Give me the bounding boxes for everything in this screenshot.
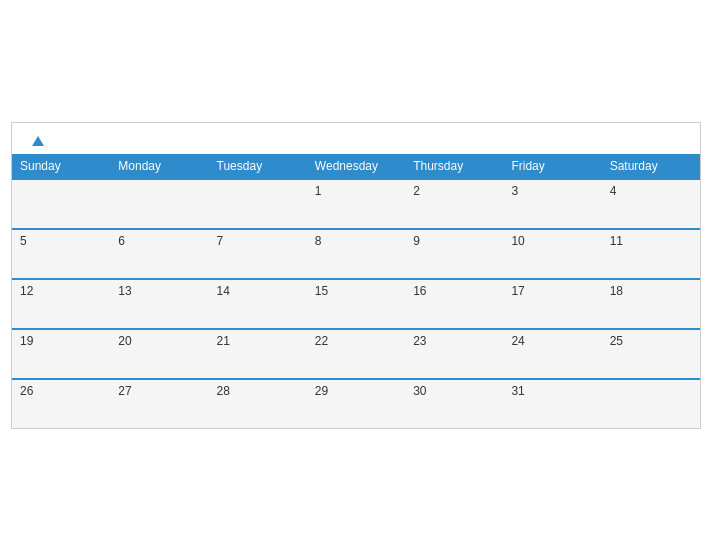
day-number: 1	[315, 184, 322, 198]
calendar-day-cell: 25	[602, 329, 700, 379]
day-number: 28	[217, 384, 230, 398]
logo-triangle-icon	[32, 136, 44, 146]
calendar-day-cell: 28	[209, 379, 307, 428]
day-number: 29	[315, 384, 328, 398]
day-number: 14	[217, 284, 230, 298]
calendar-day-cell: 8	[307, 229, 405, 279]
day-number: 23	[413, 334, 426, 348]
calendar-day-cell: 14	[209, 279, 307, 329]
day-number: 20	[118, 334, 131, 348]
calendar-day-cell: 29	[307, 379, 405, 428]
day-number: 18	[610, 284, 623, 298]
calendar-day-cell: 16	[405, 279, 503, 329]
day-number: 31	[511, 384, 524, 398]
day-number: 21	[217, 334, 230, 348]
calendar-grid: SundayMondayTuesdayWednesdayThursdayFrid…	[12, 154, 700, 428]
calendar-day-cell: 24	[503, 329, 601, 379]
calendar-week-row: 12131415161718	[12, 279, 700, 329]
day-number: 26	[20, 384, 33, 398]
calendar-day-cell: 26	[12, 379, 110, 428]
calendar-day-cell: 21	[209, 329, 307, 379]
calendar-day-cell: 3	[503, 179, 601, 229]
calendar-day-cell: 27	[110, 379, 208, 428]
calendar-day-cell: 19	[12, 329, 110, 379]
weekday-header-thursday: Thursday	[405, 154, 503, 179]
calendar-day-cell: 15	[307, 279, 405, 329]
weekdays-row: SundayMondayTuesdayWednesdayThursdayFrid…	[12, 154, 700, 179]
weekday-header-saturday: Saturday	[602, 154, 700, 179]
calendar-day-cell: 17	[503, 279, 601, 329]
day-number: 2	[413, 184, 420, 198]
day-number: 13	[118, 284, 131, 298]
calendar-day-cell: 22	[307, 329, 405, 379]
day-number: 10	[511, 234, 524, 248]
calendar-week-row: 1234	[12, 179, 700, 229]
weekday-header-friday: Friday	[503, 154, 601, 179]
day-number: 16	[413, 284, 426, 298]
calendar-day-cell: 30	[405, 379, 503, 428]
weekday-header-sunday: Sunday	[12, 154, 110, 179]
logo-general-text	[30, 133, 44, 148]
calendar-header	[12, 123, 700, 154]
logo	[30, 133, 44, 148]
day-number: 19	[20, 334, 33, 348]
calendar-day-cell: 4	[602, 179, 700, 229]
day-number: 15	[315, 284, 328, 298]
day-number: 27	[118, 384, 131, 398]
day-number: 30	[413, 384, 426, 398]
calendar-day-cell: 10	[503, 229, 601, 279]
day-number: 22	[315, 334, 328, 348]
calendar-body: 1234567891011121314151617181920212223242…	[12, 179, 700, 428]
calendar-container: SundayMondayTuesdayWednesdayThursdayFrid…	[11, 122, 701, 429]
day-number: 25	[610, 334, 623, 348]
day-number: 6	[118, 234, 125, 248]
day-number: 7	[217, 234, 224, 248]
weekday-header-wednesday: Wednesday	[307, 154, 405, 179]
calendar-day-cell: 1	[307, 179, 405, 229]
day-number: 17	[511, 284, 524, 298]
calendar-day-cell: 20	[110, 329, 208, 379]
calendar-day-cell: 7	[209, 229, 307, 279]
weekday-header-tuesday: Tuesday	[209, 154, 307, 179]
calendar-week-row: 262728293031	[12, 379, 700, 428]
calendar-day-cell: 12	[12, 279, 110, 329]
weekday-header-monday: Monday	[110, 154, 208, 179]
calendar-day-cell: 31	[503, 379, 601, 428]
calendar-day-cell: 13	[110, 279, 208, 329]
calendar-day-cell: 11	[602, 229, 700, 279]
calendar-weekdays-header: SundayMondayTuesdayWednesdayThursdayFrid…	[12, 154, 700, 179]
calendar-week-row: 19202122232425	[12, 329, 700, 379]
calendar-day-cell	[12, 179, 110, 229]
calendar-day-cell: 23	[405, 329, 503, 379]
day-number: 8	[315, 234, 322, 248]
calendar-day-cell: 9	[405, 229, 503, 279]
day-number: 3	[511, 184, 518, 198]
day-number: 4	[610, 184, 617, 198]
calendar-day-cell: 5	[12, 229, 110, 279]
calendar-day-cell	[209, 179, 307, 229]
day-number: 9	[413, 234, 420, 248]
calendar-week-row: 567891011	[12, 229, 700, 279]
calendar-day-cell	[602, 379, 700, 428]
day-number: 5	[20, 234, 27, 248]
calendar-day-cell: 18	[602, 279, 700, 329]
day-number: 24	[511, 334, 524, 348]
calendar-day-cell: 2	[405, 179, 503, 229]
day-number: 12	[20, 284, 33, 298]
day-number: 11	[610, 234, 623, 248]
calendar-day-cell	[110, 179, 208, 229]
calendar-day-cell: 6	[110, 229, 208, 279]
